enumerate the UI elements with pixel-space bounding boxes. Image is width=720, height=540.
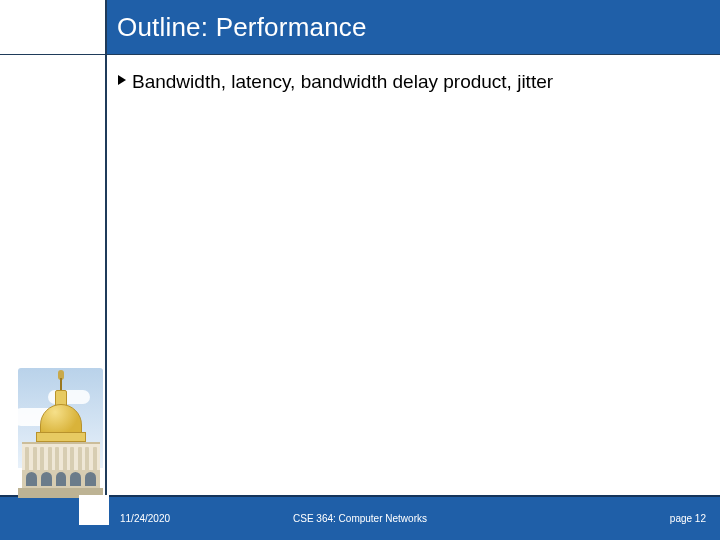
body: Bandwidth, latency, bandwidth delay prod… (118, 70, 708, 94)
slide-title: Outline: Performance (117, 12, 367, 43)
dome-base-icon (36, 432, 86, 442)
corner-square (79, 495, 109, 525)
footer-page: page 12 (670, 513, 706, 524)
capitol-dome-illustration (18, 368, 103, 498)
colonnade-icon (22, 442, 100, 472)
title-bar: Outline: Performance (105, 0, 720, 54)
title-left-gap (0, 0, 105, 54)
slide: Outline: Performance Bandwidth, latency,… (0, 0, 720, 540)
bullet-item: Bandwidth, latency, bandwidth delay prod… (118, 70, 708, 94)
bullet-marker-icon (118, 75, 126, 85)
horizontal-rule (0, 54, 720, 55)
vertical-rule (105, 0, 107, 495)
arches-icon (22, 470, 100, 488)
bullet-text: Bandwidth, latency, bandwidth delay prod… (132, 70, 553, 94)
